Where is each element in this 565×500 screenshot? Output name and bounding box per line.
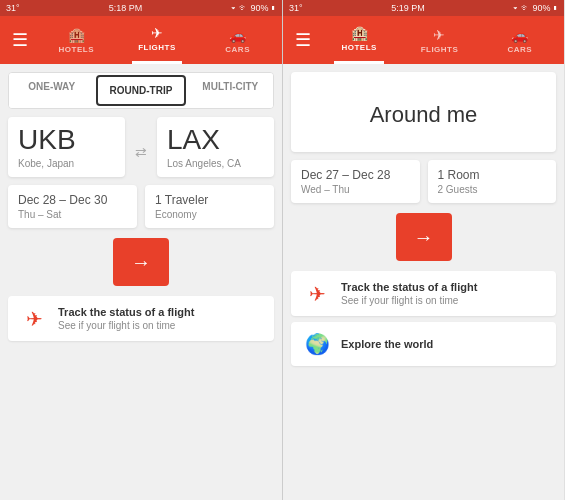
right-tab-hotels[interactable]: 🏨 HOTELS	[334, 16, 384, 64]
round-trip-tab[interactable]: ROUND-TRIP	[96, 75, 185, 106]
right-track-flight-text: Track the status of a flight See if your…	[341, 281, 477, 306]
right-flights-icon: ✈	[433, 27, 445, 43]
right-top-nav: ☰ 🏨 HOTELS ✈ FLIGHTS 🚗 CARS	[283, 16, 564, 64]
left-top-nav: ☰ 🏨 HOTELS ✈ FLIGHTS 🚗 CARS	[0, 16, 282, 64]
around-me-title: Around me	[303, 86, 544, 138]
right-dates-room-row: Dec 27 – Dec 28 Wed – Thu 1 Room 2 Guest…	[291, 160, 556, 203]
left-nav-tabs: 🏨 HOTELS ✈ FLIGHTS 🚗 CARS	[36, 16, 278, 64]
right-status-time: 5:19 PM	[391, 3, 425, 13]
left-panel: 31° 5:18 PM ▾ ᯤ 90% ▮ ☰ 🏨 HOTELS ✈ FLIGH…	[0, 0, 282, 500]
search-btn-wrap: →	[8, 238, 274, 286]
to-code: LAX	[167, 125, 264, 156]
right-track-flight-subtitle: See if your flight is on time	[341, 295, 477, 306]
travelers-sub: Economy	[155, 209, 264, 220]
left-tab-hotels[interactable]: 🏨 HOTELS	[51, 16, 101, 64]
right-track-flight-title: Track the status of a flight	[341, 281, 477, 293]
travelers-card[interactable]: 1 Traveler Economy	[145, 185, 274, 228]
track-flight-text: Track the status of a flight See if your…	[58, 306, 194, 331]
right-status-temp: 31°	[289, 3, 303, 13]
from-card[interactable]: UKB Kobe, Japan	[8, 117, 125, 177]
from-location: Kobe, Japan	[18, 158, 115, 169]
around-me-card[interactable]: Around me	[291, 72, 556, 152]
right-explore-icon: 🌍	[303, 332, 331, 356]
left-status-icons: ▾ ᯤ 90% ▮	[231, 3, 276, 13]
to-card[interactable]: LAX Los Angeles, CA	[157, 117, 274, 177]
track-flight-item[interactable]: ✈ Track the status of a flight See if yo…	[8, 296, 274, 341]
flights-icon: ✈	[151, 25, 163, 41]
hotels-icon: 🏨	[68, 27, 85, 43]
right-panel: 31° 5:19 PM ▾ ᯤ 90% ▮ ☰ 🏨 HOTELS ✈ FLIGH…	[282, 0, 564, 500]
right-explore-title: Explore the world	[341, 338, 433, 350]
right-track-flight-item[interactable]: ✈ Track the status of a flight See if yo…	[291, 271, 556, 316]
right-tab-cars[interactable]: 🚗 CARS	[495, 16, 545, 64]
track-flight-subtitle: See if your flight is on time	[58, 320, 194, 331]
right-status-bar: 31° 5:19 PM ▾ ᯤ 90% ▮	[283, 0, 564, 16]
right-status-icons: ▾ ᯤ 90% ▮	[513, 3, 558, 13]
right-cars-icon: 🚗	[511, 27, 528, 43]
right-dates-sub: Wed – Thu	[301, 184, 410, 195]
right-room-sub: 2 Guests	[438, 184, 547, 195]
right-explore-item[interactable]: 🌍 Explore the world	[291, 322, 556, 366]
left-status-temp: 31°	[6, 3, 20, 13]
right-room-card[interactable]: 1 Room 2 Guests	[428, 160, 557, 203]
right-tab-flights[interactable]: ✈ FLIGHTS	[414, 16, 464, 64]
dates-range: Dec 28 – Dec 30	[18, 193, 127, 207]
left-tab-flights[interactable]: ✈ FLIGHTS	[132, 16, 182, 64]
left-tab-cars[interactable]: 🚗 CARS	[213, 16, 263, 64]
trip-type-tabs: ONE-WAY ROUND-TRIP MULTI-CITY	[8, 72, 274, 109]
dates-card[interactable]: Dec 28 – Dec 30 Thu – Sat	[8, 185, 137, 228]
travelers-label: 1 Traveler	[155, 193, 264, 207]
right-explore-text: Explore the world	[341, 338, 433, 350]
cars-icon: 🚗	[229, 27, 246, 43]
right-search-btn-wrap: →	[291, 213, 556, 261]
right-track-flight-icon: ✈	[303, 282, 331, 306]
right-content: Around me Dec 27 – Dec 28 Wed – Thu 1 Ro…	[283, 64, 564, 500]
right-hamburger-icon[interactable]: ☰	[287, 25, 319, 55]
from-code: UKB	[18, 125, 115, 156]
track-flight-title: Track the status of a flight	[58, 306, 194, 318]
from-to-row: UKB Kobe, Japan ⇄ LAX Los Angeles, CA	[8, 117, 274, 177]
left-content: ONE-WAY ROUND-TRIP MULTI-CITY UKB Kobe, …	[0, 64, 282, 500]
one-way-tab[interactable]: ONE-WAY	[9, 73, 94, 108]
search-button[interactable]: →	[113, 238, 169, 286]
dates-travelers-row: Dec 28 – Dec 30 Thu – Sat 1 Traveler Eco…	[8, 185, 274, 228]
right-dates-range: Dec 27 – Dec 28	[301, 168, 410, 182]
right-nav-tabs: 🏨 HOTELS ✈ FLIGHTS 🚗 CARS	[319, 16, 560, 64]
left-status-time: 5:18 PM	[109, 3, 143, 13]
right-search-button[interactable]: →	[396, 213, 452, 261]
right-hotels-icon: 🏨	[351, 25, 368, 41]
left-hamburger-icon[interactable]: ☰	[4, 25, 36, 55]
swap-icon[interactable]: ⇄	[133, 127, 149, 177]
to-location: Los Angeles, CA	[167, 158, 264, 169]
track-flight-icon: ✈	[20, 307, 48, 331]
right-room-label: 1 Room	[438, 168, 547, 182]
left-status-bar: 31° 5:18 PM ▾ ᯤ 90% ▮	[0, 0, 282, 16]
multi-city-tab[interactable]: MULTI-CITY	[188, 73, 273, 108]
dates-sub: Thu – Sat	[18, 209, 127, 220]
right-dates-card[interactable]: Dec 27 – Dec 28 Wed – Thu	[291, 160, 420, 203]
